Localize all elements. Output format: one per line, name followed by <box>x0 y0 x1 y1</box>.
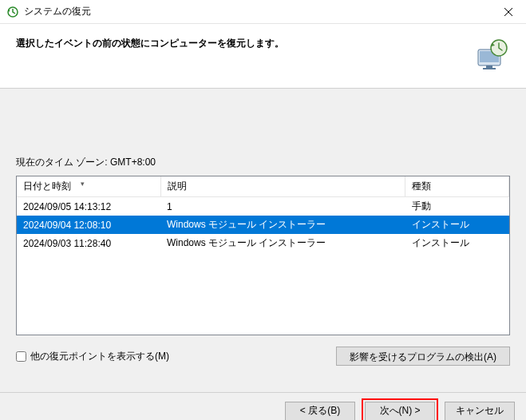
table-row[interactable]: 2024/09/05 14:13:121手動 <box>17 197 509 216</box>
close-button[interactable] <box>490 0 526 24</box>
table-cell-type: インストール <box>405 234 509 252</box>
header-area: 選択したイベントの前の状態にコンピューターを復元します。 <box>0 24 526 88</box>
table-cell-type: 手動 <box>405 197 509 216</box>
table-cell-type: インストール <box>405 216 509 234</box>
column-header-description-label: 説明 <box>168 180 187 192</box>
close-icon <box>504 8 512 16</box>
window-title: システムの復元 <box>24 5 490 18</box>
column-header-type[interactable]: 種類 <box>405 176 509 197</box>
back-button[interactable]: < 戻る(B) <box>285 402 355 421</box>
system-restore-icon <box>6 6 19 18</box>
content-area: 現在のタイム ゾーン: GMT+8:00 日付と時刻 ▾ 説明 種類 2024 <box>0 89 526 392</box>
svg-rect-4 <box>483 68 496 69</box>
table-cell-desc: Windows モジュール インストーラー <box>160 234 405 252</box>
next-button[interactable]: 次へ(N) > <box>365 402 435 421</box>
table-cell-desc: Windows モジュール インストーラー <box>160 216 405 234</box>
restore-hero-icon <box>472 35 510 73</box>
scan-affected-button[interactable]: 影響を受けるプログラムの検出(A) <box>336 347 510 366</box>
column-header-type-label: 種類 <box>412 180 431 192</box>
footer: < 戻る(B) 次へ(N) > キャンセル <box>0 392 526 420</box>
timezone-label: 現在のタイム ゾーン: GMT+8:00 <box>16 156 510 169</box>
table-row[interactable]: 2024/09/03 11:28:40Windows モジュール インストーラー… <box>17 234 509 252</box>
table-cell-date: 2024/09/03 11:28:40 <box>17 234 160 252</box>
column-header-date[interactable]: 日付と時刻 ▾ <box>17 176 160 197</box>
next-button-highlight: 次へ(N) > <box>362 398 438 421</box>
titlebar: システムの復元 <box>0 0 526 24</box>
table-cell-date: 2024/09/04 12:08:10 <box>17 216 160 234</box>
table-row[interactable]: 2024/09/04 12:08:10Windows モジュール インストーラー… <box>17 216 509 234</box>
header-text: 選択したイベントの前の状態にコンピューターを復元します。 <box>16 35 464 50</box>
show-more-label: 他の復元ポイントを表示する(M) <box>30 350 169 363</box>
column-header-date-label: 日付と時刻 <box>23 180 71 192</box>
show-more-checkbox[interactable] <box>16 351 26 362</box>
show-more-checkbox-wrap[interactable]: 他の復元ポイントを表示する(M) <box>16 350 336 363</box>
cancel-button[interactable]: キャンセル <box>445 402 515 421</box>
sort-descending-icon: ▾ <box>81 180 85 188</box>
table-cell-date: 2024/09/05 14:13:12 <box>17 197 160 216</box>
svg-rect-3 <box>486 65 492 68</box>
restore-points-table: 日付と時刻 ▾ 説明 種類 2024/09/05 14:13:121手動2024… <box>16 176 510 335</box>
column-header-description[interactable]: 説明 <box>160 176 405 197</box>
table-cell-desc: 1 <box>160 197 405 216</box>
below-table-row: 他の復元ポイントを表示する(M) 影響を受けるプログラムの検出(A) <box>16 347 510 366</box>
